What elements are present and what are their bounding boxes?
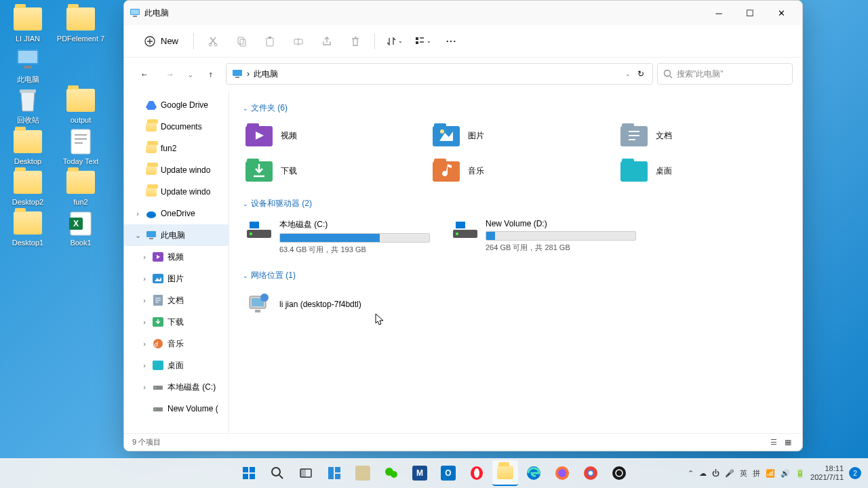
desktop-icon[interactable]: Desktop2 bbox=[3, 169, 53, 207]
view-button[interactable]: ⌄ bbox=[409, 29, 436, 54]
sidebar-item[interactable]: ›音乐 bbox=[124, 333, 229, 354]
more-button[interactable]: ⋯ bbox=[437, 29, 465, 54]
file-explorer-icon[interactable] bbox=[492, 460, 518, 486]
folder-videos[interactable]: 视频 bbox=[243, 121, 414, 150]
group-folders[interactable]: ⌄文件夹 (6) bbox=[243, 102, 789, 114]
folder-music[interactable]: 音乐 bbox=[430, 156, 601, 186]
clock[interactable]: 18:11 2021/7/11 bbox=[810, 464, 844, 482]
title-bar[interactable]: 此电脑 ─ ☐ ✕ bbox=[124, 1, 802, 25]
desktop-icon[interactable]: XBook1 bbox=[56, 209, 106, 247]
sidebar-item[interactable]: ›桌面 bbox=[124, 354, 229, 376]
obs-icon[interactable] bbox=[606, 460, 632, 486]
app-icon-1[interactable] bbox=[350, 460, 376, 486]
sidebar-item[interactable]: Documents bbox=[124, 116, 229, 138]
forward-button[interactable]: → bbox=[159, 63, 181, 85]
cut-button[interactable] bbox=[199, 29, 226, 54]
drive-item[interactable]: New Volume (D:)264 GB 可用，共 281 GB bbox=[449, 216, 639, 258]
refresh-button[interactable]: ↻ bbox=[635, 69, 647, 79]
maximize-button[interactable]: ☐ bbox=[734, 1, 766, 25]
group-network[interactable]: ⌄网络位置 (1) bbox=[243, 270, 789, 281]
sidebar-item[interactable]: fun2 bbox=[124, 138, 229, 159]
maxthon-icon[interactable]: M bbox=[407, 460, 433, 486]
wechat-icon[interactable] bbox=[378, 460, 404, 486]
mic-icon[interactable]: 🎤 bbox=[725, 469, 734, 478]
search-box[interactable]: 搜索"此电脑" bbox=[657, 63, 793, 85]
network-location[interactable]: li jian (desktop-7f4bdtl) bbox=[243, 288, 789, 321]
notification-badge[interactable]: 2 bbox=[849, 467, 861, 479]
outlook-icon[interactable]: O bbox=[435, 460, 461, 486]
trash-icon bbox=[350, 36, 361, 47]
battery-icon[interactable]: 🔋 bbox=[795, 469, 805, 478]
paste-button[interactable] bbox=[256, 29, 283, 54]
delete-button[interactable] bbox=[342, 29, 369, 54]
new-button[interactable]: New bbox=[135, 32, 188, 51]
desktop-icon[interactable]: Today Text bbox=[56, 128, 106, 166]
tray-icon-1[interactable]: ☁ bbox=[699, 469, 707, 478]
folder-pictures[interactable]: 图片 bbox=[430, 121, 601, 150]
volume-icon[interactable]: 🔊 bbox=[781, 469, 790, 478]
minimize-button[interactable]: ─ bbox=[703, 1, 734, 25]
breadcrumb-root[interactable]: 此电脑 bbox=[254, 68, 278, 80]
desktop-icon[interactable]: Desktop bbox=[3, 128, 53, 166]
svg-rect-17 bbox=[269, 37, 271, 39]
desktop-icon[interactable]: fun2 bbox=[56, 169, 106, 207]
address-bar[interactable]: › 此电脑 ⌄ ↻ bbox=[226, 63, 653, 85]
sidebar-item[interactable]: Update windo bbox=[124, 181, 229, 203]
up-button[interactable]: ↑ bbox=[200, 63, 222, 85]
sidebar-item[interactable]: Update windo bbox=[124, 159, 229, 181]
sidebar-item[interactable]: ›图片 bbox=[124, 268, 229, 289]
sidebar-item[interactable]: ›文档 bbox=[124, 289, 229, 311]
close-button[interactable]: ✕ bbox=[766, 1, 797, 25]
svg-point-37 bbox=[155, 387, 156, 388]
task-view-icon[interactable] bbox=[293, 460, 319, 486]
sort-button[interactable]: ⌄ bbox=[380, 29, 408, 54]
edge-icon[interactable] bbox=[521, 460, 547, 486]
ime-2[interactable]: 拼 bbox=[753, 468, 760, 479]
svg-rect-52 bbox=[434, 159, 446, 163]
search-icon[interactable] bbox=[264, 460, 290, 486]
folder-desktop[interactable]: 桌面 bbox=[618, 156, 789, 186]
svg-rect-3 bbox=[20, 89, 36, 93]
back-button[interactable]: ← bbox=[134, 63, 155, 85]
desktop-icon[interactable]: output bbox=[56, 87, 106, 125]
desktop-icon[interactable]: Desktop1 bbox=[3, 209, 53, 247]
sidebar-item[interactable]: ›视频 bbox=[124, 246, 229, 268]
chrome-icon[interactable] bbox=[578, 460, 604, 486]
start-button[interactable] bbox=[236, 460, 262, 486]
sidebar-item[interactable]: ⌄此电脑 bbox=[124, 224, 229, 246]
desktop-icon[interactable]: PDFelement 7 bbox=[56, 5, 106, 43]
share-button[interactable] bbox=[313, 29, 340, 54]
svg-point-85 bbox=[612, 466, 626, 480]
svg-point-76 bbox=[391, 471, 397, 478]
widgets-icon[interactable] bbox=[321, 460, 347, 486]
copy-button[interactable] bbox=[228, 29, 255, 54]
sidebar-item[interactable]: New Volume ( bbox=[124, 398, 229, 420]
sidebar-item[interactable]: ›下载 bbox=[124, 311, 229, 333]
ime-1[interactable]: 英 bbox=[740, 468, 747, 479]
group-drives[interactable]: ⌄设备和驱动器 (2) bbox=[243, 198, 789, 209]
opera-icon[interactable] bbox=[464, 460, 490, 486]
taskbar[interactable]: M O ⌃ ☁ ⏻ 🎤 英 拼 📶 🔊 🔋 18:11 2021/7/11 2 bbox=[0, 458, 868, 488]
svg-point-56 bbox=[250, 232, 252, 235]
nav-sidebar[interactable]: Google DriveDocumentsfun2Update windoUpd… bbox=[124, 90, 229, 433]
tray-icon-2[interactable]: ⏻ bbox=[712, 469, 719, 477]
overflow-icon[interactable]: ⌃ bbox=[688, 469, 694, 478]
drive-item[interactable]: 本地磁盘 (C:)63.4 GB 可用，共 193 GB bbox=[243, 216, 433, 258]
sidebar-item[interactable]: ›OneDrive bbox=[124, 203, 229, 224]
recent-button[interactable]: ⌄ bbox=[185, 63, 196, 85]
firefox-icon[interactable] bbox=[549, 460, 575, 486]
sidebar-item[interactable]: Google Drive bbox=[124, 94, 229, 116]
tiles-view-icon[interactable]: ▦ bbox=[782, 436, 794, 447]
wifi-icon[interactable]: 📶 bbox=[766, 469, 775, 478]
desktop-icon[interactable]: 回收站 bbox=[3, 87, 53, 125]
sidebar-item[interactable]: ›本地磁盘 (C:) bbox=[124, 376, 229, 398]
details-view-icon[interactable]: ☰ bbox=[768, 436, 780, 447]
folder-downloads[interactable]: 下载 bbox=[243, 156, 414, 186]
folder-documents[interactable]: 文档 bbox=[618, 121, 789, 150]
history-dropdown-icon[interactable]: ⌄ bbox=[625, 70, 631, 77]
desktop-icon[interactable]: 此电脑 bbox=[3, 46, 53, 84]
desktop-icon[interactable]: LI JIAN bbox=[3, 5, 53, 43]
rename-button[interactable] bbox=[285, 29, 312, 54]
svg-point-78 bbox=[474, 468, 479, 478]
content-pane[interactable]: ⌄文件夹 (6) 视频图片文档下载音乐桌面 ⌄设备和驱动器 (2) 本地磁盘 (… bbox=[229, 90, 802, 433]
